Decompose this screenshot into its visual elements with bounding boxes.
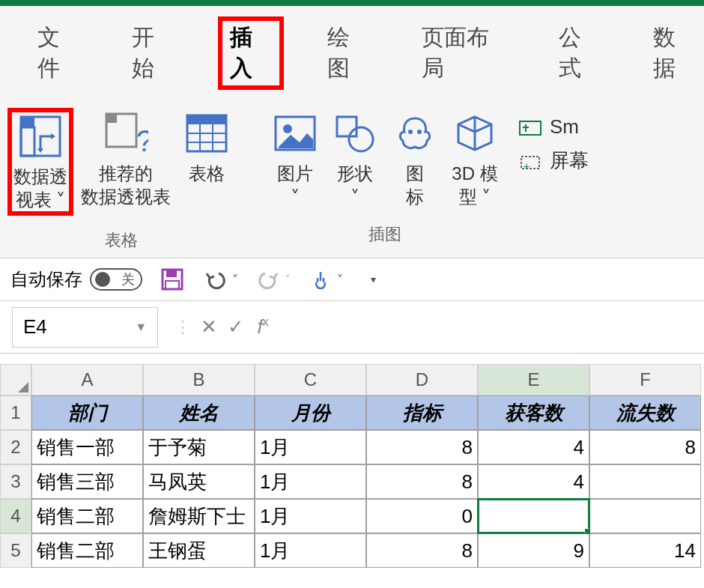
name-box-resize-icon[interactable]: ⋮ [175, 318, 191, 337]
3d-models-button[interactable]: 3D 模 型 ˅ [446, 108, 503, 210]
redo-button[interactable] [255, 266, 282, 293]
svg-rect-2 [21, 127, 34, 156]
recommended-pivot-button[interactable]: ? 推荐的 数据透视表 [76, 108, 175, 216]
insert-function-button[interactable]: fx [249, 315, 276, 339]
cell[interactable]: 部门 [31, 395, 143, 430]
icons-icon [391, 109, 439, 157]
spreadsheet-grid: A B C D E F 1 部门 姓名 月份 指标 获客数 流失数 2 销售一部… [0, 364, 704, 568]
row-header-2[interactable]: 2 [0, 430, 31, 464]
cell[interactable]: 詹姆斯下士 [143, 499, 255, 533]
cell[interactable] [589, 464, 701, 499]
shapes-button[interactable]: 形状 ˅ [327, 108, 383, 210]
tab-draw[interactable]: 绘图 [318, 19, 378, 87]
group-tables: 数据透 视表 ˅ ? 推荐的 数据透视表 表格 表格 [3, 108, 240, 252]
column-header-e[interactable]: E [478, 364, 589, 395]
pivot-table-button[interactable]: 数据透 视表 ˅ [7, 108, 73, 216]
smartart-button[interactable]: Sm [518, 115, 589, 139]
qat-customize-button[interactable]: ▾ [359, 266, 386, 293]
screenshot-label: 屏幕 [550, 148, 589, 174]
svg-text:+: + [524, 160, 529, 172]
cell[interactable]: 姓名 [143, 395, 255, 430]
cell[interactable]: 1月 [255, 533, 366, 568]
tab-data[interactable]: 数据 [644, 19, 704, 87]
touch-dropdown[interactable]: ˅ [337, 273, 343, 287]
column-header-a[interactable]: A [31, 364, 143, 395]
cell[interactable]: 1月 [255, 464, 366, 499]
redo-dropdown[interactable]: ˅ [285, 273, 291, 287]
row-header-5[interactable]: 5 [0, 533, 31, 568]
icons-label: 图 标 [406, 162, 424, 208]
column-header-c[interactable]: C [255, 364, 366, 395]
tab-file[interactable]: 文件 [28, 19, 88, 87]
tab-formulas[interactable]: 公式 [550, 19, 610, 87]
enter-formula-button[interactable]: ✓ [222, 315, 249, 339]
icons-button[interactable]: 图 标 [386, 108, 443, 210]
screenshot-button[interactable]: + 屏幕 [518, 148, 589, 174]
ribbon-extra: Sm + 屏幕 [508, 108, 589, 252]
column-header-b[interactable]: B [143, 364, 255, 395]
cell[interactable]: 4 [478, 464, 589, 499]
undo-dropdown[interactable]: ˅ [232, 273, 238, 287]
cell-selected[interactable] [478, 499, 589, 533]
name-box-value: E4 [23, 315, 47, 339]
pictures-button[interactable]: 图片 ˅ [267, 108, 324, 210]
cell[interactable] [589, 499, 701, 533]
autosave-toggle[interactable]: 自动保存 关 [10, 267, 142, 291]
cell[interactable]: 8 [366, 464, 478, 499]
row-header-1[interactable]: 1 [0, 395, 31, 430]
table-button[interactable]: 表格 [178, 108, 235, 216]
cell[interactable]: 于予菊 [143, 430, 255, 464]
shapes-icon [331, 109, 379, 157]
name-box[interactable]: E4 ▼ [12, 307, 158, 348]
cell[interactable]: 8 [589, 430, 701, 464]
svg-rect-1 [21, 117, 34, 127]
table-label: 表格 [189, 162, 225, 185]
cell[interactable]: 获客数 [478, 395, 589, 430]
toggle-switch[interactable]: 关 [90, 268, 142, 291]
group-illustrations-label: 插图 [368, 223, 401, 246]
title-bar [0, 0, 704, 6]
cell[interactable]: 王钢蛋 [143, 533, 255, 568]
cell[interactable]: 马凤英 [143, 464, 255, 499]
cell[interactable]: 14 [589, 533, 701, 568]
cell[interactable]: 销售三部 [31, 464, 143, 499]
svg-rect-23 [166, 281, 179, 289]
group-tables-label: 表格 [105, 229, 138, 252]
camera-icon: + [518, 151, 542, 172]
smartart-icon [518, 117, 542, 138]
tab-home[interactable]: 开始 [123, 19, 183, 87]
cell[interactable]: 4 [478, 430, 589, 464]
cell[interactable]: 销售一部 [31, 430, 143, 464]
touch-mode-button[interactable] [307, 266, 334, 293]
column-header-d[interactable]: D [366, 364, 478, 395]
cell[interactable]: 9 [478, 533, 589, 568]
table-icon [183, 109, 231, 157]
cell[interactable]: 销售二部 [31, 499, 143, 533]
pictures-label: 图片 ˅ [277, 162, 313, 208]
cell[interactable]: 1月 [255, 499, 366, 533]
cell[interactable]: 销售二部 [31, 533, 143, 568]
cell[interactable]: 流失数 [589, 395, 701, 430]
ribbon-body: 数据透 视表 ˅ ? 推荐的 数据透视表 表格 表格 [0, 99, 704, 258]
select-all-corner[interactable] [0, 364, 31, 395]
name-box-dropdown-icon[interactable]: ▼ [135, 321, 147, 334]
undo-button[interactable] [202, 266, 229, 293]
cube-icon [451, 109, 499, 157]
row-header-3[interactable]: 3 [0, 464, 31, 499]
row-header-4[interactable]: 4 [0, 499, 31, 533]
cell[interactable]: 8 [366, 430, 478, 464]
cell[interactable]: 1月 [255, 430, 366, 464]
column-header-f[interactable]: F [589, 364, 701, 395]
formula-bar: E4 ▼ ⋮ ✕ ✓ fx [0, 301, 704, 354]
cancel-formula-button[interactable]: ✕ [195, 315, 222, 339]
save-button[interactable] [159, 266, 186, 293]
svg-text:?: ? [136, 124, 148, 156]
cell[interactable]: 8 [366, 533, 478, 568]
cell[interactable]: 0 [366, 499, 478, 533]
recommended-pivot-label: 推荐的 数据透视表 [81, 162, 171, 208]
pictures-icon [271, 109, 319, 157]
tab-page-layout[interactable]: 页面布局 [413, 19, 515, 87]
tab-insert[interactable]: 插入 [218, 16, 284, 90]
cell[interactable]: 月份 [255, 395, 366, 430]
cell[interactable]: 指标 [366, 395, 478, 430]
